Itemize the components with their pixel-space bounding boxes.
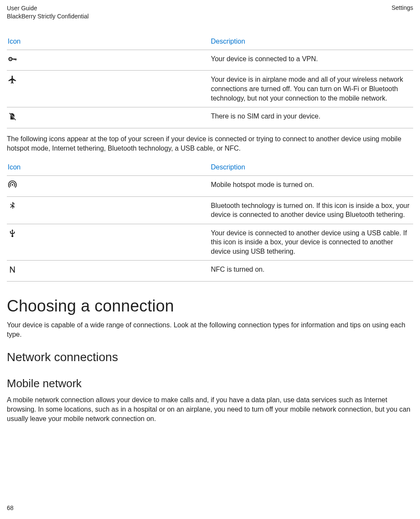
table-row: Your device is connected to another devi… — [7, 224, 413, 261]
middle-paragraph: The following icons appear at the top of… — [7, 134, 413, 153]
table-row: There is no SIM card in your device. — [7, 107, 413, 128]
table-row: Your device is in airplane mode and all … — [7, 71, 413, 107]
no-sim-icon — [8, 112, 17, 124]
table-row: Bluetooth technology is turned on. If th… — [7, 196, 413, 224]
icon-table-1: Icon Description Your device is connecte… — [7, 33, 413, 128]
bluetooth-icon — [8, 201, 17, 213]
svg-point-1 — [10, 59, 11, 59]
svg-rect-3 — [15, 59, 16, 60]
row-desc: Mobile hotspot mode is turned on. — [210, 175, 413, 196]
paragraph-choosing: Your device is capable of a wide range o… — [7, 320, 413, 339]
table-row: Your device is connected to a VPN. — [7, 50, 413, 71]
row-desc: NFC is turned on. — [210, 261, 413, 282]
row-desc: Bluetooth technology is turned on. If th… — [210, 196, 413, 224]
row-desc: There is no SIM card in your device. — [210, 107, 413, 128]
usb-icon — [8, 228, 17, 240]
table-row: NFC is turned on. — [7, 261, 413, 282]
icon-table-2: Icon Description Mobile hotspot mode is … — [7, 159, 413, 282]
header-title: User Guide — [7, 4, 89, 12]
table-row: Mobile hotspot mode is turned on. — [7, 175, 413, 196]
heading-mobile-network: Mobile network — [7, 377, 413, 390]
row-desc: Your device is connected to another devi… — [210, 224, 413, 261]
key-icon — [8, 54, 17, 66]
table1-header-desc: Description — [210, 33, 413, 50]
row-desc: Your device is in airplane mode and all … — [210, 71, 413, 107]
header-left: User Guide BlackBerry Strictly Confident… — [7, 4, 89, 21]
table2-header-icon: Icon — [7, 159, 210, 176]
page-number: 68 — [7, 504, 14, 511]
svg-point-5 — [12, 184, 13, 186]
row-desc: Your device is connected to a VPN. — [210, 50, 413, 71]
table1-header-icon: Icon — [7, 33, 210, 50]
svg-rect-4 — [14, 59, 15, 60]
airplane-icon — [8, 75, 17, 87]
nfc-icon — [8, 265, 17, 277]
paragraph-mobile-network: A mobile network connection allows your … — [7, 395, 413, 424]
header-subtitle: BlackBerry Strictly Confidential — [7, 12, 89, 21]
page-header: User Guide BlackBerry Strictly Confident… — [7, 4, 413, 21]
heading-network-connections: Network connections — [7, 350, 413, 364]
header-right: Settings — [391, 4, 413, 21]
hotspot-icon — [8, 180, 17, 192]
heading-choosing-connection: Choosing a connection — [7, 297, 413, 315]
table2-header-desc: Description — [210, 159, 413, 176]
